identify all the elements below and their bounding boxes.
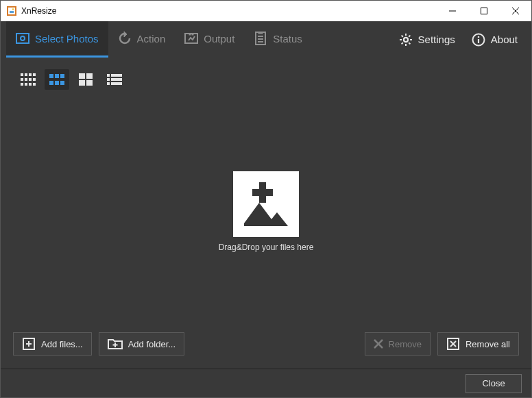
gear-icon	[399, 33, 413, 47]
view-list-button[interactable]	[102, 69, 127, 90]
output-icon	[184, 32, 198, 45]
add-folder-button[interactable]: Add folder...	[99, 332, 184, 356]
tab-output[interactable]: Output	[175, 21, 244, 58]
settings-label: Settings	[418, 34, 455, 45]
svg-line-24	[401, 35, 402, 36]
add-folder-label: Add folder...	[128, 339, 176, 349]
tab-select-photos[interactable]: Select Photos	[6, 21, 108, 58]
svg-rect-45	[60, 74, 64, 78]
svg-rect-14	[258, 32, 263, 34]
large-grid-icon	[79, 73, 93, 86]
svg-rect-48	[60, 81, 64, 85]
app-body: Select Photos Action Output Status Setti…	[1, 21, 531, 397]
svg-rect-35	[21, 78, 23, 81]
bottom-actions: Add files... Add folder... Remove Remove…	[13, 327, 519, 360]
remove-all-icon	[446, 337, 460, 351]
footer: Close	[1, 369, 531, 397]
tab-action[interactable]: Action	[108, 21, 176, 58]
remove-icon	[374, 339, 383, 349]
add-files-button[interactable]: Add files...	[13, 332, 92, 356]
svg-rect-32	[25, 73, 27, 76]
svg-rect-49	[79, 73, 85, 79]
svg-line-26	[401, 42, 402, 44]
drop-zone-hint: Drag&Drop your files here	[219, 242, 314, 252]
svg-rect-54	[111, 74, 122, 77]
drop-zone-image	[233, 171, 299, 237]
svg-rect-36	[25, 78, 27, 81]
app-window: XnResize Select Photos Action Output	[0, 0, 532, 398]
svg-rect-34	[33, 73, 36, 76]
remove-label: Remove	[389, 339, 422, 349]
svg-rect-31	[21, 73, 23, 76]
remove-button: Remove	[365, 332, 431, 356]
view-large-grid-button[interactable]	[73, 69, 98, 90]
info-icon	[472, 33, 485, 47]
svg-point-3	[12, 8, 14, 10]
svg-rect-44	[55, 74, 59, 78]
svg-rect-37	[29, 78, 32, 81]
add-files-label: Add files...	[41, 339, 83, 349]
window-title: XnResize	[21, 6, 56, 16]
window-controls	[437, 1, 531, 21]
svg-rect-43	[49, 74, 53, 78]
svg-rect-46	[49, 81, 53, 85]
remove-all-button[interactable]: Remove all	[437, 332, 519, 356]
svg-rect-42	[33, 83, 36, 86]
svg-rect-47	[55, 81, 59, 85]
view-small-grid-button[interactable]	[16, 69, 40, 90]
tab-strip: Select Photos Action Output Status Setti…	[1, 21, 531, 58]
titlebar: XnResize	[1, 1, 531, 21]
svg-rect-2	[10, 11, 14, 13]
remove-all-label: Remove all	[466, 339, 510, 349]
small-grid-icon	[21, 73, 36, 86]
maximize-button[interactable]	[468, 1, 500, 21]
view-medium-grid-button[interactable]	[45, 69, 69, 90]
action-icon	[118, 32, 132, 45]
close-window-button[interactable]	[500, 1, 531, 21]
content-area: Drag&Drop your files here Add files... A…	[1, 58, 531, 369]
svg-point-9	[21, 36, 25, 40]
svg-rect-11	[189, 34, 191, 35]
tab-action-label: Action	[137, 33, 166, 45]
close-button[interactable]: Close	[466, 374, 522, 393]
svg-rect-52	[86, 80, 93, 86]
tab-output-label: Output	[204, 33, 234, 45]
list-icon	[107, 74, 122, 85]
svg-point-29	[477, 36, 479, 38]
svg-rect-58	[111, 82, 122, 85]
svg-rect-33	[29, 73, 32, 76]
drop-zone[interactable]: Drag&Drop your files here	[13, 96, 519, 327]
tab-select-photos-label: Select Photos	[35, 33, 99, 45]
tab-status-label: Status	[273, 33, 302, 45]
svg-rect-12	[192, 34, 193, 35]
app-icon	[6, 5, 17, 16]
svg-rect-41	[29, 83, 32, 86]
tab-status[interactable]: Status	[244, 21, 312, 58]
svg-rect-53	[107, 74, 110, 77]
svg-rect-40	[25, 83, 27, 86]
about-label: About	[491, 34, 518, 45]
svg-rect-5	[481, 8, 487, 14]
select-photos-icon	[16, 32, 29, 45]
status-icon	[254, 32, 267, 45]
minimize-button[interactable]	[437, 1, 468, 21]
svg-rect-39	[21, 83, 23, 86]
svg-rect-38	[33, 78, 36, 81]
svg-rect-60	[252, 189, 273, 196]
settings-button[interactable]: Settings	[391, 21, 463, 58]
svg-rect-51	[79, 80, 85, 86]
about-button[interactable]: About	[463, 21, 526, 58]
medium-grid-icon	[49, 74, 64, 85]
svg-rect-56	[111, 78, 122, 81]
view-mode-bar	[13, 63, 519, 96]
svg-rect-8	[16, 34, 29, 43]
tab-spacer	[312, 21, 391, 58]
svg-rect-55	[107, 78, 110, 81]
add-image-icon	[239, 177, 293, 232]
svg-rect-50	[86, 73, 93, 79]
add-files-icon	[22, 337, 36, 351]
add-folder-icon	[108, 337, 123, 351]
svg-rect-57	[107, 82, 110, 85]
